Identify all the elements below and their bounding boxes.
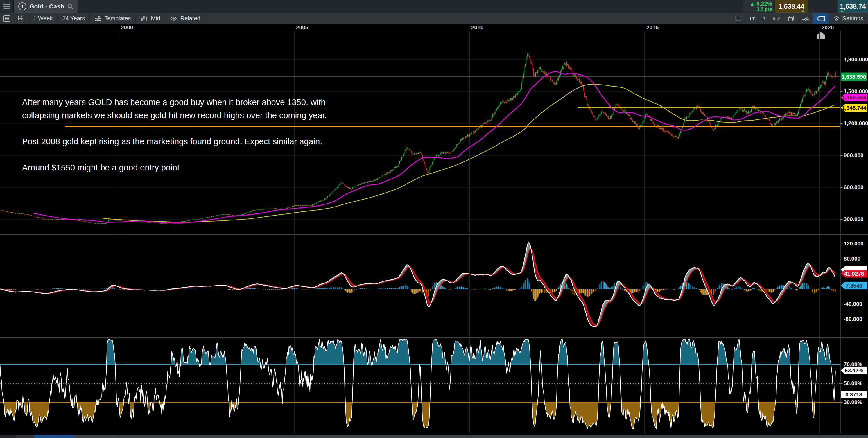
annotation-paragraph-3: Around $1550 might be a good entry point [22, 161, 361, 174]
candlestick-icon [140, 15, 148, 22]
toolbar-right-tools: Tᴛ # # [731, 13, 868, 24]
y-axis-tick [840, 244, 843, 244]
date-range-label: 24 Years [62, 15, 85, 22]
y-axis-tick [840, 60, 843, 60]
pencil-icon [777, 17, 780, 21]
taskbar-button-4[interactable] [55, 435, 75, 438]
macd-signal-badge: 41.0276 [841, 270, 867, 278]
ma-slow-badge: 1,348.744 [841, 104, 867, 112]
y-axis-tick [840, 383, 843, 384]
crosshair-tool-button[interactable] [798, 13, 813, 24]
x-axis-year-label: 2010 [471, 24, 484, 31]
y-axis-label: 1,800.000 [844, 56, 868, 63]
y-axis-label: 80.000 [844, 256, 861, 262]
stochastic-value-badge: 63.42% [841, 367, 867, 374]
y-axis-tick [840, 402, 843, 403]
y-axis-label: 50.00% [844, 380, 862, 386]
y-axis-label: 30.00% [844, 399, 862, 405]
annotation-paragraph-2: Post 2008 gold kept rising as the market… [22, 135, 361, 148]
tab-title: Gold - Cash [29, 3, 64, 10]
x-axis-year-label: 2000 [121, 24, 133, 31]
templates-button[interactable]: Templates [90, 13, 136, 24]
grid-icon: # [762, 15, 766, 22]
eye-icon [170, 16, 178, 21]
aux-indicator-badge: 0.3718 [841, 391, 867, 398]
y-axis-tick [840, 187, 843, 188]
layout-button[interactable] [14, 13, 28, 24]
hamburger-menu-button[interactable] [0, 0, 14, 13]
timeframe-button[interactable]: 1 Week [28, 13, 58, 24]
bid-price-box[interactable]: 1,638.44 ▲ [775, 0, 808, 13]
quote-change: ▲ 0.22% 3.6 pts [743, 0, 774, 13]
ask-price-box[interactable]: ▲ 1,638.74 [838, 0, 868, 13]
x-axis-year-label: 2015 [646, 24, 658, 31]
text-tool-button[interactable]: Tᴛ [745, 13, 758, 24]
y-axis-label: 1,200.000 [844, 120, 868, 127]
taskbar-button-3[interactable] [34, 435, 55, 438]
y-axis-label: -40.000 [844, 301, 862, 307]
y-axis-label: 300.000 [844, 216, 864, 222]
taskbar-button-2[interactable] [16, 435, 34, 438]
related-button[interactable]: Related [165, 13, 206, 24]
gear-icon: ⚙ [834, 15, 840, 22]
price-separator[interactable]: - [808, 7, 814, 13]
ask-up-triangle-icon: ▲ [840, 8, 844, 12]
settings-button[interactable]: ⚙ Settings [829, 13, 868, 24]
y-axis-label: 120.000 [844, 241, 864, 247]
ma-fast-badge: 1,460.656 [841, 94, 867, 101]
y-axis-tick [840, 219, 843, 220]
price-axis[interactable]: 30.00%50.00%70.00%-80.000-40.00080.00012… [840, 31, 868, 435]
trading-app-window: 1 Gold - Cash ▲ 0.22% 3.6 pts 1,638.44 ▲… [0, 0, 868, 438]
bottom-taskbar [0, 435, 868, 438]
ask-price: 1,638.74 [840, 3, 866, 10]
list-icon [3, 15, 10, 22]
chart-tab-gold-cash[interactable]: 1 Gold - Cash [14, 0, 79, 13]
grid-toggle-button[interactable]: # [758, 13, 769, 24]
y-axis-tick [840, 123, 843, 124]
timeframe-label: 1 Week [33, 15, 53, 22]
font-icon: Tᴛ [749, 15, 755, 22]
y-axis-tick [840, 319, 843, 319]
annotation-paragraph-1: After many years GOLD has become a good … [22, 96, 361, 122]
draw-grid-button[interactable]: # [769, 13, 784, 24]
layout-grid-icon [18, 15, 25, 22]
y-axis-label: -80.000 [844, 316, 862, 322]
grid-pencil-icon: # [772, 15, 776, 22]
tab-bar: 1 Gold - Cash ▲ 0.22% 3.6 pts 1,638.44 ▲… [0, 0, 868, 13]
last-price-badge: 1,638.590 [841, 73, 867, 81]
taskbar-button-1[interactable] [0, 435, 16, 438]
date-range-button[interactable]: 24 Years [58, 13, 90, 24]
scale-tool-button[interactable] [731, 13, 745, 24]
related-label: Related [180, 15, 200, 22]
toolbar: 1 Week 24 Years Templates Mid [0, 13, 868, 24]
tab-index-badge: 1 [18, 2, 26, 10]
chart-canvas[interactable] [0, 31, 868, 435]
macd-histogram-badge: 7.8549 [841, 282, 867, 289]
mid-price-button[interactable]: Mid [136, 13, 165, 24]
price-label-tool-button[interactable] [813, 13, 829, 24]
y-axis-tick [840, 365, 843, 365]
price-tag-icon [816, 16, 825, 22]
x-axis-year-label: 2020 [822, 24, 834, 31]
search-icon[interactable] [67, 3, 73, 9]
x-axis[interactable]: 20002005201020152020 [0, 24, 868, 31]
templates-label: Templates [104, 15, 131, 22]
windows-button[interactable] [784, 13, 798, 24]
y-axis-tick [840, 259, 843, 259]
y-axis-label: 600.000 [844, 184, 864, 191]
x-axis-year-label: 2005 [296, 24, 308, 31]
mid-label: Mid [151, 15, 160, 22]
hamburger-icon [3, 3, 10, 10]
crosshair-icon [802, 16, 809, 22]
up-triangle-icon: ▲ [749, 1, 756, 7]
templates-sliders-icon [94, 16, 101, 22]
settings-label: Settings [842, 15, 863, 22]
bid-up-triangle-icon: ▲ [801, 8, 805, 12]
ruler-axis-icon [735, 15, 742, 22]
layers-icon [787, 15, 795, 22]
chart-annotation[interactable]: After many years GOLD has become a good … [22, 96, 361, 187]
bid-price: 1,638.44 [778, 3, 804, 10]
watchlist-button[interactable] [0, 13, 14, 24]
y-axis-label: 900.000 [844, 152, 864, 159]
y-axis-tick [840, 155, 843, 156]
